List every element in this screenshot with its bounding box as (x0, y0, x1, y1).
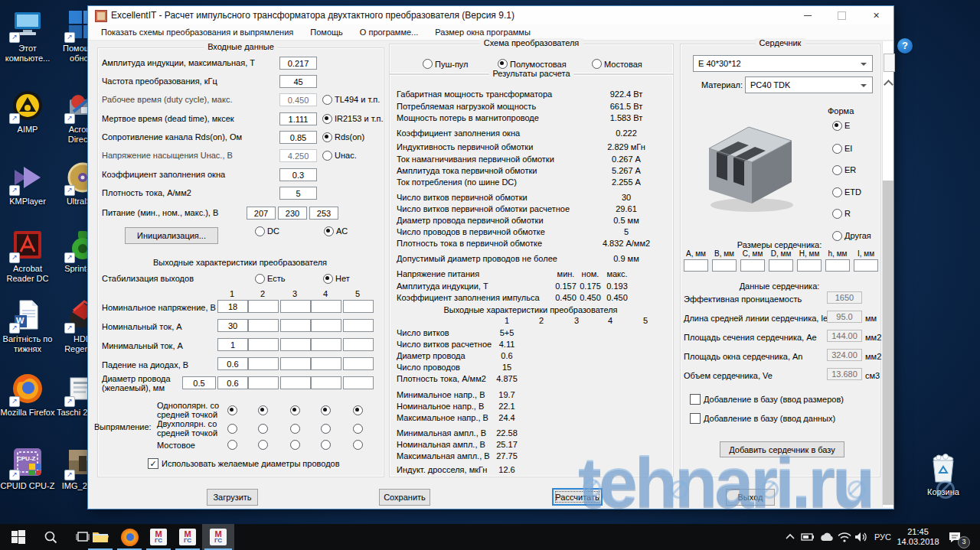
stab-yes-radio[interactable] (255, 274, 265, 284)
shape-e-radio[interactable] (832, 121, 842, 131)
rds-on-input[interactable] (279, 131, 317, 144)
unas-radio[interactable] (322, 151, 332, 161)
material-dropdown[interactable]: PC40 TDK (745, 76, 873, 93)
tray-battery-button[interactable] (801, 524, 815, 550)
search-button[interactable] (35, 524, 66, 550)
supply-min-input[interactable] (247, 207, 276, 220)
tl494-radio[interactable] (322, 95, 332, 105)
supply-nom-input[interactable] (278, 207, 307, 220)
dc-radio[interactable] (255, 226, 265, 236)
diode-drop-5-input[interactable] (343, 357, 374, 370)
desktop-icon-cpuz[interactable]: CPU-Z ↗ CPUID CPU-Z (0, 445, 55, 491)
shape-etd-radio[interactable] (832, 187, 842, 197)
nom-voltage-3-input[interactable] (280, 300, 311, 313)
wire-diam-5-input[interactable] (343, 376, 374, 389)
desktop-icon-this-pc[interactable]: ↗ Этот компьюте... (0, 8, 55, 63)
tray-onedrive-button[interactable] (819, 524, 835, 550)
rds-on-radio[interactable] (322, 132, 332, 142)
min-current-1-input[interactable] (217, 338, 248, 351)
nom-current-4-input[interactable] (311, 319, 341, 332)
tray-volume-button[interactable] (854, 524, 868, 550)
nom-voltage-2-input[interactable] (248, 300, 279, 313)
desktop-icon-kmplayer[interactable]: ↗ KMPlayer (0, 161, 55, 207)
core-area-input[interactable] (827, 330, 862, 342)
nom-current-5-input[interactable] (343, 319, 374, 332)
taskbar-app3-button-active[interactable]: МГС (202, 524, 234, 550)
ac-radio[interactable] (324, 226, 334, 236)
maximize-button[interactable] (825, 6, 859, 24)
rect-bipolar-radio-5[interactable] (353, 424, 363, 434)
size-h2-input[interactable] (825, 259, 850, 272)
half-bridge-radio[interactable] (498, 59, 508, 69)
diode-drop-4-input[interactable] (311, 357, 341, 370)
rect-unipolar-radio-3[interactable] (290, 405, 300, 415)
menu-help[interactable]: Помощь (303, 28, 350, 37)
push-pull-radio[interactable] (423, 59, 433, 69)
permeability-input[interactable] (827, 291, 862, 304)
min-current-2-input[interactable] (248, 338, 279, 351)
size-b-input[interactable] (712, 259, 737, 272)
title-bar[interactable]: ExcellentIT - Расчет импульсного трансфо… (88, 6, 893, 24)
min-current-4-input[interactable] (311, 338, 341, 351)
vertical-scrollbar[interactable] (882, 41, 893, 507)
tray-language-button[interactable]: РУС (874, 524, 891, 550)
core-type-dropdown[interactable]: E 40*30*12 (693, 55, 873, 72)
size-i-input[interactable] (854, 259, 878, 272)
nom-voltage-5-input[interactable] (343, 300, 374, 313)
stab-no-radio[interactable] (323, 274, 333, 284)
saturation-voltage-input[interactable] (279, 149, 317, 162)
rect-bipolar-radio-2[interactable] (258, 424, 268, 434)
current-density-input[interactable] (279, 187, 317, 200)
ir2153-radio[interactable] (322, 114, 332, 124)
exit-button[interactable]: Выход (726, 489, 775, 506)
size-d-input[interactable] (769, 259, 793, 272)
nom-voltage-4-input[interactable] (311, 300, 341, 313)
tray-clock[interactable]: 21:45 14.03.2018 (894, 527, 942, 547)
diode-drop-1-input[interactable] (217, 357, 248, 370)
wire-diam-4-input[interactable] (311, 376, 341, 389)
supply-max-input[interactable] (309, 207, 338, 220)
help-icon[interactable]: ? (897, 38, 913, 54)
size-h-input[interactable] (797, 259, 822, 272)
add-core-button[interactable]: Добавить сердечник в базу (720, 441, 844, 457)
taskbar-firefox-button[interactable] (115, 524, 144, 550)
core-volume-input[interactable] (827, 368, 862, 380)
nom-current-1-input[interactable] (217, 319, 248, 332)
wire-diam-2-input[interactable] (248, 376, 279, 389)
core-length-input[interactable] (827, 311, 862, 323)
window-fill-input[interactable] (279, 168, 317, 181)
rect-bridge-radio-5[interactable] (353, 440, 363, 450)
rect-bipolar-radio-3[interactable] (290, 424, 300, 434)
menu-about[interactable]: О программе... (353, 28, 425, 37)
menu-window-size[interactable]: Размер окна программы (428, 28, 537, 37)
wire-diam-primary-input[interactable] (182, 376, 216, 389)
window-area-input[interactable] (827, 349, 862, 361)
init-button[interactable]: Инициализация... (125, 227, 218, 244)
wire-diam-1-input[interactable] (217, 376, 248, 389)
taskbar-app2-button[interactable]: МГС (173, 524, 202, 550)
nom-current-3-input[interactable] (280, 319, 311, 332)
min-current-3-input[interactable] (280, 338, 311, 351)
rect-bridge-radio-3[interactable] (290, 440, 300, 450)
rect-unipolar-radio-5[interactable] (353, 405, 363, 415)
dead-time-input[interactable] (279, 112, 317, 125)
scrollbar-thumb[interactable] (883, 181, 893, 505)
rect-unipolar-radio-2[interactable] (258, 405, 268, 415)
start-button[interactable] (3, 524, 34, 550)
min-current-5-input[interactable] (343, 338, 374, 351)
diode-drop-3-input[interactable] (280, 357, 311, 370)
use-diameters-checkbox[interactable] (148, 458, 158, 469)
rect-bridge-radio-2[interactable] (258, 440, 268, 450)
wire-diam-3-input[interactable] (280, 376, 311, 389)
shape-er-radio[interactable] (832, 165, 842, 175)
rect-bridge-radio-1[interactable] (227, 440, 237, 450)
save-button[interactable]: Сохранить (379, 489, 430, 506)
desktop-icon-recycle-bin[interactable]: Корзина (916, 451, 971, 497)
taskbar-explorer-button[interactable] (86, 524, 115, 550)
size-a-input[interactable] (684, 259, 708, 272)
shape-ei-radio[interactable] (832, 144, 842, 154)
rect-bipolar-radio-1[interactable] (227, 424, 237, 434)
notification-center-button[interactable]: 3 (948, 524, 962, 550)
calculate-button[interactable]: Рассчитать (552, 488, 603, 506)
desktop-icon-acrobat[interactable]: ↗ Acrobat Reader DC (0, 228, 55, 284)
